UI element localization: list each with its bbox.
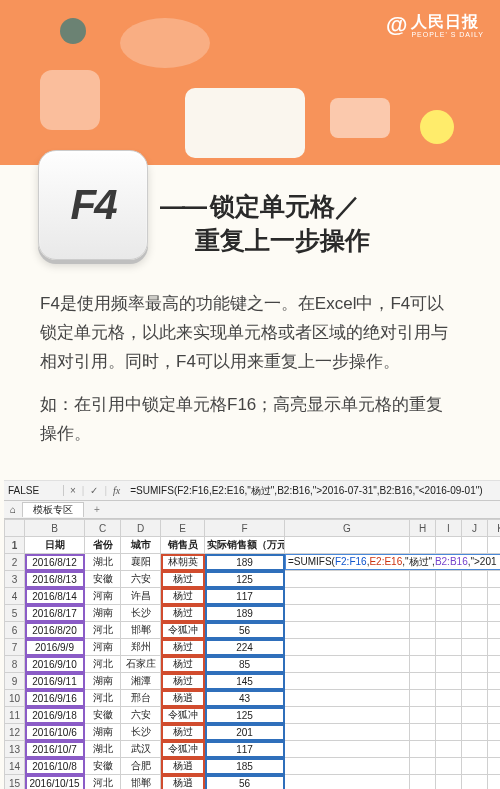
cell-date[interactable]: 2016/9/18 [25, 707, 85, 724]
empty-cell[interactable] [436, 758, 462, 775]
fx-icon[interactable]: fx [107, 485, 126, 496]
empty-cell[interactable] [285, 707, 410, 724]
cell-city[interactable]: 六安 [121, 571, 161, 588]
cell-salesperson[interactable]: 杨过 [161, 639, 205, 656]
empty-cell[interactable] [285, 622, 410, 639]
cell-date[interactable]: 2016/9/11 [25, 673, 85, 690]
cell-date[interactable]: 2016/10/15 [25, 775, 85, 790]
cell-city[interactable]: 襄阳 [121, 554, 161, 571]
empty-cell[interactable] [410, 639, 436, 656]
cell-province[interactable]: 湖南 [85, 605, 121, 622]
sheet-tab[interactable]: 模板专区 [22, 502, 84, 517]
empty-cell[interactable] [488, 588, 501, 605]
cell-sales[interactable]: 56 [205, 622, 285, 639]
cell-city[interactable]: 邯郸 [121, 622, 161, 639]
rowhdr-2[interactable]: 2 [5, 554, 25, 571]
table-row[interactable]: 42016/8/14河南许昌杨过117 [5, 588, 501, 605]
cell-province[interactable]: 湖北 [85, 554, 121, 571]
table-row[interactable]: 52016/8/17湖南长沙杨过189 [5, 605, 501, 622]
cell-city[interactable]: 湘潭 [121, 673, 161, 690]
empty-cell[interactable] [488, 673, 501, 690]
rowhdr-15[interactable]: 15 [5, 775, 25, 790]
hdr-salesperson[interactable]: 销售员 [161, 537, 205, 554]
empty-cell[interactable] [488, 639, 501, 656]
empty-cell[interactable] [410, 707, 436, 724]
cell-sales[interactable]: 125 [205, 571, 285, 588]
empty-cell[interactable] [488, 741, 501, 758]
rowhdr-6[interactable]: 6 [5, 622, 25, 639]
table-row[interactable]: 132016/10/7湖北武汉令狐冲117 [5, 741, 501, 758]
empty-cell[interactable] [488, 724, 501, 741]
cell-city[interactable]: 许昌 [121, 588, 161, 605]
rowhdr-13[interactable]: 13 [5, 741, 25, 758]
cell-city[interactable]: 六安 [121, 707, 161, 724]
cell-sales[interactable]: 145 [205, 673, 285, 690]
table-row[interactable]: 122016/10/6湖南长沙杨过201 [5, 724, 501, 741]
empty-cell[interactable] [436, 690, 462, 707]
cell-sales[interactable]: 224 [205, 639, 285, 656]
cell-sales[interactable]: 201 [205, 724, 285, 741]
cell-province[interactable]: 河北 [85, 690, 121, 707]
hdr-province[interactable]: 省份 [85, 537, 121, 554]
colhdr-C[interactable]: C [85, 520, 121, 537]
rowhdr-8[interactable]: 8 [5, 656, 25, 673]
formula-bar[interactable]: FALSE × | ✓ | fx =SUMIFS(F2:F16,E2:E16,"… [4, 481, 500, 501]
empty-cell[interactable] [462, 673, 488, 690]
cell-city[interactable]: 石家庄 [121, 656, 161, 673]
empty-cell[interactable] [436, 724, 462, 741]
empty-cell[interactable] [462, 622, 488, 639]
cell-province[interactable]: 河南 [85, 639, 121, 656]
hdr-date[interactable]: 日期 [25, 537, 85, 554]
cell-date[interactable]: 2016/10/7 [25, 741, 85, 758]
cell-sales[interactable]: 125 [205, 707, 285, 724]
cell-date[interactable]: 2016/8/20 [25, 622, 85, 639]
table-row[interactable]: 92016/9/11湖南湘潭杨过145 [5, 673, 501, 690]
cell-salesperson[interactable]: 杨过 [161, 724, 205, 741]
empty-cell[interactable] [436, 605, 462, 622]
cell-salesperson[interactable]: 杨逍 [161, 758, 205, 775]
cell-sales[interactable]: 185 [205, 758, 285, 775]
table-row[interactable]: 112016/9/18安徽六安令狐冲125 [5, 707, 501, 724]
empty-cell[interactable] [462, 707, 488, 724]
empty-cell[interactable] [462, 639, 488, 656]
empty-cell[interactable] [410, 571, 436, 588]
table-row[interactable]: 142016/10/8安徽合肥杨逍185 [5, 758, 501, 775]
cell-sales[interactable]: 43 [205, 690, 285, 707]
empty-cell[interactable] [462, 741, 488, 758]
empty-cell[interactable] [436, 622, 462, 639]
empty-cell[interactable] [436, 639, 462, 656]
rowhdr-4[interactable]: 4 [5, 588, 25, 605]
cell-province[interactable]: 河北 [85, 622, 121, 639]
empty-cell[interactable] [462, 656, 488, 673]
empty-cell[interactable] [410, 656, 436, 673]
select-all-corner[interactable] [5, 520, 25, 537]
cell-date[interactable]: 2016/8/13 [25, 571, 85, 588]
rowhdr-7[interactable]: 7 [5, 639, 25, 656]
cell-salesperson[interactable]: 杨逍 [161, 690, 205, 707]
table-row[interactable]: 72016/9/9河南郑州杨过224 [5, 639, 501, 656]
rowhdr-5[interactable]: 5 [5, 605, 25, 622]
table-row[interactable]: 102016/9/16河北邢台杨逍43 [5, 690, 501, 707]
cell-sales[interactable]: 189 [205, 605, 285, 622]
cell-city[interactable]: 郑州 [121, 639, 161, 656]
empty-cell[interactable] [462, 724, 488, 741]
name-box[interactable]: FALSE [4, 485, 64, 496]
table-row[interactable]: 82016/9/10河北石家庄杨过85 [5, 656, 501, 673]
cell-salesperson[interactable]: 杨过 [161, 656, 205, 673]
rowhdr-14[interactable]: 14 [5, 758, 25, 775]
rowhdr-10[interactable]: 10 [5, 690, 25, 707]
empty-cell[interactable] [410, 724, 436, 741]
empty-cell[interactable] [488, 571, 501, 588]
colhdr-F[interactable]: F [205, 520, 285, 537]
empty-cell[interactable] [285, 571, 410, 588]
cell-province[interactable]: 河南 [85, 588, 121, 605]
cell-salesperson[interactable]: 杨过 [161, 588, 205, 605]
empty-cell[interactable] [410, 758, 436, 775]
empty-cell[interactable] [488, 707, 501, 724]
cell-province[interactable]: 安徽 [85, 758, 121, 775]
column-headers[interactable]: B C D E F G H I J K [5, 520, 501, 537]
empty-cell[interactable] [488, 690, 501, 707]
empty-cell[interactable] [285, 605, 410, 622]
cell-date[interactable]: 2016/8/14 [25, 588, 85, 605]
colhdr-I[interactable]: I [436, 520, 462, 537]
